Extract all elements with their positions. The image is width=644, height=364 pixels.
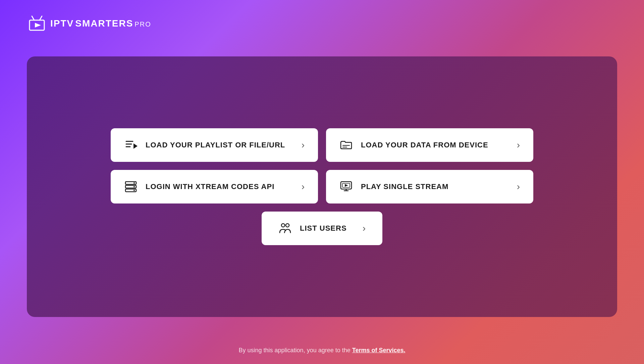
svg-line-1 — [32, 16, 34, 20]
play-single-stream-label: PLAY SINGLE STREAM — [361, 182, 448, 191]
logo-iptv-text: IPTV — [50, 18, 74, 29]
footer: By using this application, you agree to … — [0, 347, 644, 354]
svg-point-15 — [133, 190, 135, 191]
login-xtream-label: LOGIN WITH XTREAM CODES API — [146, 182, 274, 191]
svg-point-13 — [133, 182, 135, 184]
chevron-right-icon-xtream: › — [302, 181, 305, 192]
login-xtream-button[interactable]: LOGIN WITH XTREAM CODES API › — [111, 170, 318, 203]
svg-point-21 — [281, 224, 285, 227]
chevron-right-icon-playlist: › — [302, 140, 305, 150]
load-playlist-button[interactable]: LOAD YOUR PLAYLIST OR FILE/URL › — [111, 128, 318, 162]
play-single-stream-button[interactable]: PLAY SINGLE STREAM › — [326, 170, 533, 203]
load-device-button[interactable]: LOAD YOUR DATA FROM DEVICE › — [326, 128, 533, 162]
svg-line-2 — [40, 16, 42, 20]
device-icon — [339, 138, 353, 152]
svg-marker-3 — [35, 23, 41, 28]
logo-pro-text: PRO — [135, 20, 151, 28]
logo-text: IPTV SMARTERS PRO — [50, 18, 151, 29]
svg-marker-20 — [345, 184, 348, 187]
svg-marker-7 — [133, 143, 138, 149]
load-device-label: LOAD YOUR DATA FROM DEVICE — [361, 141, 488, 149]
load-playlist-label: LOAD YOUR PLAYLIST OR FILE/URL — [146, 141, 285, 149]
chevron-right-icon-device: › — [517, 140, 520, 150]
list-users-label: LIST USERS — [300, 224, 347, 233]
footer-text: By using this application, you agree to … — [239, 347, 352, 354]
chevron-right-icon-users: › — [363, 223, 366, 234]
terms-link[interactable]: Terms of Services. — [352, 347, 406, 354]
chevron-right-icon-stream: › — [517, 181, 520, 192]
svg-point-14 — [133, 186, 135, 187]
playlist-icon — [124, 138, 138, 152]
logo: IPTV SMARTERS PRO — [27, 13, 151, 34]
list-users-button[interactable]: LIST USERS › — [262, 212, 382, 245]
buttons-grid: LOAD YOUR PLAYLIST OR FILE/URL › LOAD YO… — [111, 128, 533, 203]
svg-point-22 — [286, 224, 289, 227]
xtream-icon — [124, 180, 138, 194]
main-card: LOAD YOUR PLAYLIST OR FILE/URL › LOAD YO… — [27, 56, 617, 317]
center-button-row: LIST USERS › — [111, 212, 533, 245]
stream-icon — [339, 180, 353, 194]
logo-icon — [27, 13, 47, 34]
logo-smarters-text: SMARTERS — [75, 18, 133, 29]
users-icon — [278, 221, 292, 236]
